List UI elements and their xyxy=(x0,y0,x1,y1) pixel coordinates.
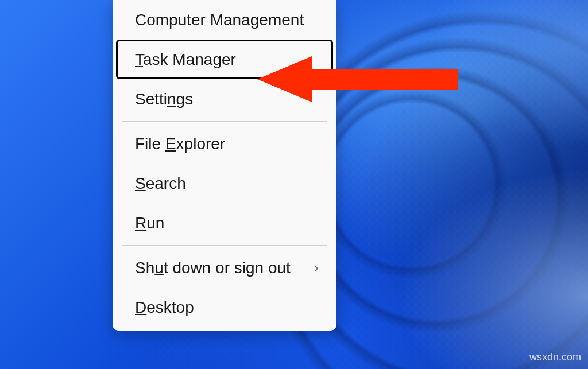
menu-item-run[interactable]: Run xyxy=(116,203,333,243)
menu-item-desktop[interactable]: Desktop xyxy=(116,288,333,327)
menu-item-label: File Explorer xyxy=(135,134,225,154)
winx-context-menu: Computer ManagementTask ManagerSettingsF… xyxy=(113,0,336,331)
menu-separator xyxy=(122,245,327,246)
menu-item-computer-management[interactable]: Computer Management xyxy=(116,0,333,40)
menu-item-task-manager[interactable]: Task Manager xyxy=(116,40,333,79)
menu-item-file-explorer[interactable]: File Explorer xyxy=(116,124,333,164)
menu-item-label: Run xyxy=(135,213,164,233)
menu-item-label: Desktop xyxy=(135,297,194,317)
chevron-right-icon: › xyxy=(314,258,322,277)
menu-item-shut-down[interactable]: Shut down or sign out› xyxy=(116,248,333,288)
watermark-text: wsxdn.com xyxy=(529,351,581,363)
menu-item-search[interactable]: Search xyxy=(116,164,333,203)
menu-separator xyxy=(122,121,327,122)
menu-item-label: Task Manager xyxy=(135,49,236,69)
menu-item-label: Settings xyxy=(135,89,193,109)
menu-item-label: Search xyxy=(135,173,186,193)
menu-item-label: Shut down or sign out xyxy=(135,258,291,278)
menu-item-label: Computer Management xyxy=(135,10,304,30)
menu-item-settings[interactable]: Settings xyxy=(116,79,333,119)
